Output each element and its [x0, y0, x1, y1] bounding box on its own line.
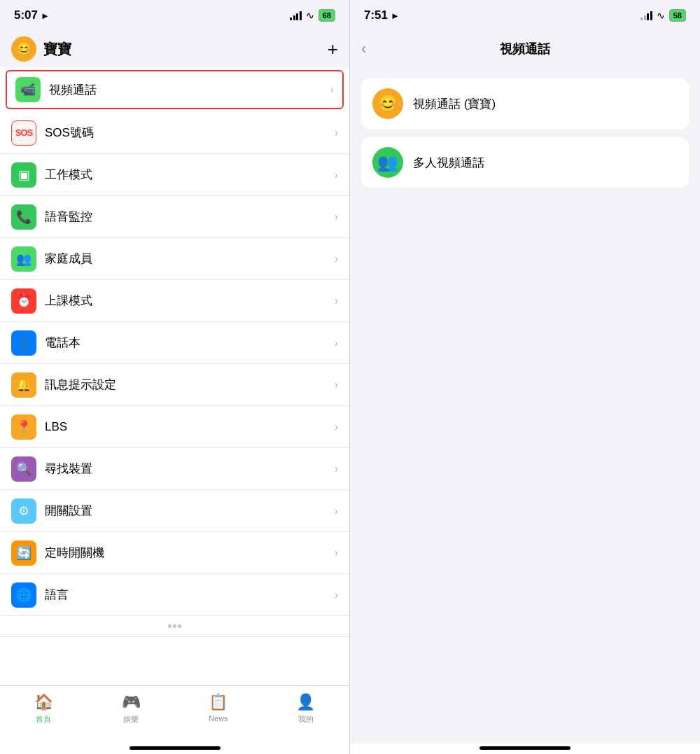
right-signal-icon	[640, 11, 652, 20]
menu-label-family: 家庭成員	[45, 251, 335, 267]
sos-icon: SOS	[11, 120, 36, 146]
chevron-icon: ›	[335, 505, 338, 517]
left-header: 😊 寶寶 +	[0, 31, 349, 67]
chevron-icon: ›	[335, 589, 338, 601]
card-label-video-call-baby: 視頻通話 (寶寶)	[413, 96, 496, 112]
chevron-icon: ›	[335, 169, 338, 181]
right-location-icon: ►	[391, 11, 400, 21]
lbs-icon: 📍	[11, 414, 36, 440]
video-call-card-group: 😊 視頻通話 (寶寶)	[361, 78, 689, 129]
right-home-indicator-bar	[350, 743, 700, 754]
baby-avatar-icon: 😊	[372, 88, 403, 119]
menu-item-work-mode[interactable]: ▣ 工作模式 ›	[0, 154, 349, 196]
menu-item-phonebook[interactable]: 👤 電話本 ›	[0, 322, 349, 364]
find-device-icon: 🔍	[11, 456, 36, 482]
wifi-icon: ∿	[306, 10, 314, 21]
right-title: 視頻通話	[500, 41, 550, 57]
multi-video-icon: 👥	[372, 147, 403, 178]
chevron-icon: ›	[335, 253, 338, 265]
menu-label-video-call: 視頻通話	[49, 82, 330, 98]
chevron-icon: ›	[335, 337, 338, 349]
menu-item-sos[interactable]: SOS SOS號碼 ›	[0, 112, 349, 154]
home-indicator	[130, 746, 220, 750]
tab-profile[interactable]: 👤 我的	[262, 693, 349, 725]
left-time-text: 5:07	[14, 8, 38, 22]
menu-item-video-call[interactable]: 📹 視頻通話 ›	[6, 70, 344, 109]
menu-item-find-device[interactable]: 🔍 尋找裝置 ›	[0, 448, 349, 490]
chevron-icon: ›	[335, 295, 338, 307]
header-title-group: 😊 寶寶	[11, 36, 71, 62]
chevron-icon: ›	[330, 83, 334, 96]
menu-label-switch-settings: 開關設置	[45, 503, 335, 519]
menu-item-language[interactable]: 🌐 語言 ›	[0, 574, 349, 616]
tab-home[interactable]: 🏠 首頁	[0, 693, 88, 725]
chevron-icon: ›	[335, 211, 338, 223]
tab-home-label: 首頁	[36, 714, 51, 725]
menu-label-timer-power: 定時開關機	[45, 545, 335, 561]
menu-label-phonebook: 電話本	[45, 335, 335, 351]
news-icon: 📋	[209, 693, 227, 711]
left-panel: 5:07 ► ∿ 68 😊 寶寶 + 📹	[0, 0, 350, 754]
back-button[interactable]: ‹	[361, 40, 366, 58]
menu-label-language: 語言	[45, 587, 335, 603]
tab-news[interactable]: 📋 News	[175, 693, 262, 722]
menu-label-sos: SOS號碼	[45, 125, 335, 141]
card-label-multi-video: 多人視頻通話	[413, 155, 484, 171]
home-indicator-bar	[0, 743, 349, 754]
menu-item-timer-power[interactable]: 🔄 定時開關機 ›	[0, 532, 349, 574]
header-title: 寶寶	[43, 40, 71, 59]
tab-news-label: News	[209, 714, 228, 722]
right-panel: 7:51 ► ∿ 58 ‹ 視頻通話 😊 視頻通話 (寶寶)	[350, 0, 700, 754]
profile-icon: 👤	[296, 693, 315, 711]
menu-label-work-mode: 工作模式	[45, 167, 335, 183]
menu-label-notification: 訊息提示設定	[45, 377, 335, 393]
menu-label-voice-monitor: 語音監控	[45, 209, 335, 225]
work-mode-icon: ▣	[11, 162, 36, 188]
language-icon: 🌐	[11, 582, 36, 608]
tab-entertainment[interactable]: 🎮 娛樂	[88, 693, 175, 725]
multi-video-call-card-group: 👥 多人視頻通話	[361, 137, 689, 188]
family-icon: 👥	[11, 246, 36, 272]
menu-item-notification[interactable]: 🔔 訊息提示設定 ›	[0, 364, 349, 406]
signal-icon	[290, 11, 302, 20]
video-call-icon: 📹	[15, 77, 41, 102]
class-mode-icon: ⏰	[11, 288, 36, 314]
right-battery-badge: 58	[669, 9, 686, 22]
menu-list: 📹 視頻通話 › SOS SOS號碼 › ▣ 工作模式 › 📞 語音監控	[0, 67, 349, 685]
switch-settings-icon: ⚙	[11, 498, 36, 524]
card-item-video-call-baby[interactable]: 😊 視頻通話 (寶寶)	[361, 78, 689, 129]
menu-label-lbs: LBS	[45, 420, 335, 434]
tab-entertainment-label: 娛樂	[123, 714, 139, 725]
left-status-icons: ∿ 68	[290, 9, 335, 22]
menu-item-more: •••	[0, 616, 349, 637]
notification-icon: 🔔	[11, 372, 36, 398]
right-home-indicator	[479, 746, 570, 750]
card-item-multi-video[interactable]: 👥 多人視頻通話	[361, 137, 689, 188]
phonebook-icon: 👤	[11, 330, 36, 356]
right-wifi-icon: ∿	[657, 10, 665, 21]
add-button[interactable]: +	[328, 40, 338, 58]
chevron-icon: ›	[335, 421, 338, 433]
menu-item-voice-monitor[interactable]: 📞 語音監控 ›	[0, 196, 349, 238]
chevron-icon: ›	[335, 547, 338, 559]
home-icon: 🏠	[34, 693, 53, 711]
right-bottom	[350, 743, 700, 754]
menu-label-class-mode: 上課模式	[45, 293, 335, 309]
chevron-icon: ›	[335, 127, 338, 139]
avatar: 😊	[11, 36, 36, 62]
menu-item-class-mode[interactable]: ⏰ 上課模式 ›	[0, 280, 349, 322]
right-header: ‹ 視頻通話	[350, 31, 700, 67]
timer-power-icon: 🔄	[11, 540, 36, 566]
location-arrow-icon: ►	[41, 11, 50, 21]
tab-bar: 🏠 首頁 🎮 娛樂 📋 News 👤 我的	[0, 685, 349, 743]
menu-item-switch-settings[interactable]: ⚙ 開關設置 ›	[0, 490, 349, 532]
chevron-icon: ›	[335, 379, 338, 391]
right-time: 7:51 ►	[364, 8, 400, 22]
menu-item-lbs[interactable]: 📍 LBS ›	[0, 406, 349, 448]
menu-label-find-device: 尋找裝置	[45, 461, 335, 477]
right-content: 😊 視頻通話 (寶寶) 👥 多人視頻通話	[350, 67, 700, 743]
right-status-bar: 7:51 ► ∿ 58	[350, 0, 700, 31]
menu-item-family[interactable]: 👥 家庭成員 ›	[0, 238, 349, 280]
chevron-icon: ›	[335, 463, 338, 475]
right-status-icons: ∿ 58	[640, 9, 686, 22]
